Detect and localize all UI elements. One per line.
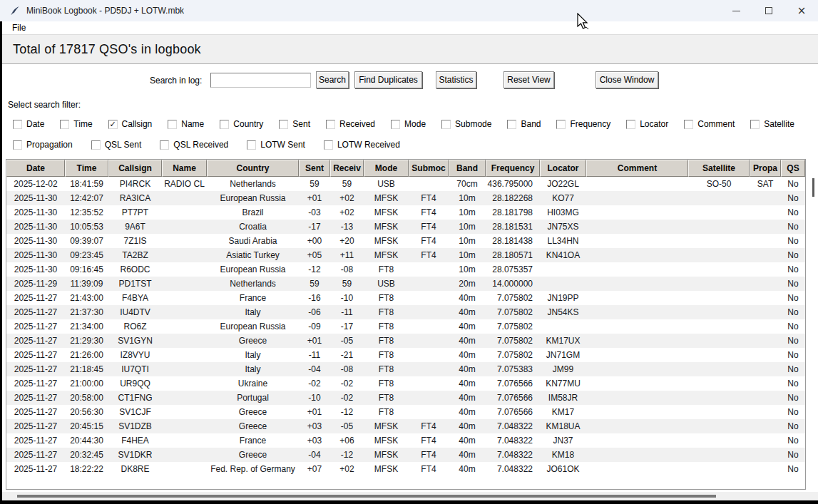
checkbox[interactable] [391, 120, 400, 129]
table-row[interactable]: 2025-11-2720:44:30F4HEAFrance+03+06MFSKF… [6, 433, 805, 448]
table-row[interactable]: 2025-11-2720:45:15SV1DZBGreece+03-05MFSK… [6, 419, 805, 433]
checkbox[interactable] [750, 120, 760, 129]
table-row[interactable]: 2025-11-2721:29:30SV1GYNGreece+01-05FT84… [6, 334, 805, 348]
table-row[interactable]: 2025-11-2721:18:45IU7QTIItaly-04-08FT840… [6, 362, 805, 376]
filter-checkbox-propagation[interactable]: Propagation [13, 140, 73, 150]
table-row[interactable]: 2025-11-2721:26:00IZ8VYUItaly-11-21FT840… [6, 348, 805, 362]
filter-checkbox-sent[interactable]: Sent [279, 119, 310, 129]
filter-checkbox-qsl-received[interactable]: QSL Received [160, 140, 228, 150]
table-row[interactable]: 2025-11-3009:39:077Z1ISSaudi Arabia+00+2… [6, 234, 805, 248]
filter-checkbox-lotw-sent[interactable]: LOTW Sent [247, 140, 305, 150]
maximize-icon[interactable] [752, 0, 785, 21]
column-header-receiv[interactable]: Receiv [330, 160, 364, 177]
column-header-comment[interactable]: Comment [586, 160, 688, 177]
minimize-icon[interactable] [720, 0, 752, 21]
checkbox[interactable] [507, 120, 516, 129]
table-cell [688, 419, 750, 433]
column-header-propa[interactable]: Propa [750, 160, 781, 177]
column-header-sent[interactable]: Sent [299, 160, 330, 177]
column-header-mode[interactable]: Mode [364, 160, 409, 177]
close-window-button[interactable]: Close Window [595, 71, 658, 88]
table-row[interactable]: 2025-11-2720:32:45SV1DKRGreece-04-12MFSK… [6, 448, 805, 462]
table-row[interactable]: 2025-11-3012:35:52PT7PTBrazil-03+02MFSKF… [6, 205, 805, 220]
checkbox[interactable] [13, 120, 22, 129]
table-cell: No [781, 262, 805, 277]
table-row[interactable]: 2025-11-3009:23:45TA2BZAsiatic Turkey+05… [6, 248, 805, 262]
column-header-submoc[interactable]: Submoc [409, 160, 449, 177]
table-row[interactable]: 2025-11-2718:22:22DK8REFed. Rep. of Germ… [6, 462, 805, 476]
table-cell: No [781, 291, 805, 305]
table-row[interactable]: 2025-11-2721:34:00RO6ZEuropean Russia-09… [6, 319, 805, 334]
checkbox[interactable]: ✓ [108, 120, 118, 129]
column-header-band[interactable]: Band [449, 160, 486, 177]
table-row[interactable]: 2025-11-3010:05:539A6TCroatia-17-13MFSKF… [6, 220, 805, 234]
statistics-button[interactable]: Statistics [436, 71, 476, 88]
checkbox[interactable] [160, 140, 169, 150]
filter-checkbox-time[interactable]: Time [60, 119, 92, 129]
table-row[interactable]: 2025-11-2721:00:00UR9QQUkraine-02-02FT84… [6, 376, 805, 391]
table-row[interactable]: 2025-11-2720:56:30SV1CJFGreece+01-12FT84… [6, 405, 805, 419]
checkbox[interactable] [556, 120, 566, 129]
checkbox[interactable] [279, 120, 288, 129]
column-header-callsign[interactable]: Callsign [108, 160, 162, 177]
checkbox[interactable] [13, 140, 22, 150]
filter-checkbox-frequency[interactable]: Frequency [556, 119, 610, 129]
table-header-row: DateTimeCallsignNameCountrySentReceivMod… [6, 160, 805, 177]
filter-checkbox-locator[interactable]: Locator [626, 119, 668, 129]
column-header-satellite[interactable]: Satellite [688, 160, 750, 177]
table-cell: 7.075802 [486, 334, 540, 348]
horizontal-scrollbar[interactable] [2, 492, 818, 500]
checkbox[interactable] [626, 120, 635, 129]
filter-checkbox-country[interactable]: Country [220, 119, 263, 129]
checkbox[interactable] [247, 140, 256, 150]
table-row[interactable]: 2025-12-0218:41:59PI4RCKRADIO CLNetherla… [6, 177, 805, 191]
filter-checkbox-satellite[interactable]: Satellite [750, 119, 794, 129]
search-input[interactable] [210, 73, 311, 88]
vertical-scrollbar-thumb[interactable] [812, 178, 814, 197]
table-cell [409, 348, 449, 362]
table-row[interactable]: 2025-11-2721:43:00F4BYAFrance-16-10FT840… [6, 291, 805, 305]
table-row[interactable]: 2025-11-2720:58:00CT1FNGPortugal-10-02FT… [6, 391, 805, 405]
close-icon[interactable]: × [785, 0, 818, 21]
checkbox[interactable] [91, 140, 101, 150]
table-row[interactable]: 2025-11-2911:39:09PD1TSTNetherlands5959U… [6, 277, 805, 291]
filter-checkbox-comment[interactable]: Comment [684, 119, 735, 129]
reset-view-button[interactable]: Reset View [503, 71, 554, 88]
column-header-qs[interactable]: QS [781, 160, 805, 177]
table-cell [162, 262, 207, 277]
table-row[interactable]: 2025-11-2721:37:30IU4DTVItaly-06-11FT840… [6, 305, 805, 319]
checkbox[interactable] [324, 140, 333, 150]
filter-checkbox-band[interactable]: Band [507, 119, 541, 129]
table-cell: 2025-12-02 [6, 177, 65, 191]
filter-checkbox-name[interactable]: Name [168, 119, 204, 129]
checkbox[interactable] [60, 120, 69, 129]
column-header-frequency[interactable]: Frequency [486, 160, 540, 177]
table-row[interactable]: 2025-11-3009:16:45R6ODCEuropean Russia-1… [6, 262, 805, 277]
filter-checkbox-lotw-received[interactable]: LOTW Received [324, 140, 400, 150]
table-cell: 2025-11-27 [6, 319, 65, 334]
checkbox[interactable] [168, 120, 177, 129]
filter-checkbox-date[interactable]: Date [13, 119, 44, 129]
find-duplicates-button[interactable]: Find Duplicates [354, 71, 422, 88]
checkbox[interactable] [441, 120, 451, 129]
search-button[interactable]: Search [316, 71, 349, 88]
filter-checkbox-submode[interactable]: Submode [441, 119, 491, 129]
column-header-date[interactable]: Date [6, 160, 65, 177]
horizontal-scrollbar-thumb[interactable] [17, 495, 716, 498]
column-header-locator[interactable]: Locator [540, 160, 586, 177]
page-title: Total of 17817 QSO's in logbook [13, 42, 201, 57]
checkbox[interactable] [326, 120, 335, 129]
filter-checkbox-received[interactable]: Received [326, 119, 375, 129]
column-header-name[interactable]: Name [162, 160, 207, 177]
column-header-country[interactable]: Country [207, 160, 299, 177]
vertical-scrollbar[interactable] [811, 177, 817, 489]
filter-checkbox-callsign[interactable]: ✓Callsign [108, 119, 153, 129]
table-row[interactable]: 2025-11-3012:42:07RA3ICAEuropean Russia+… [6, 191, 805, 205]
filter-checkbox-mode[interactable]: Mode [391, 119, 426, 129]
table-cell [750, 334, 781, 348]
checkbox[interactable] [220, 120, 229, 129]
menu-item-file[interactable]: File [8, 23, 30, 33]
filter-checkbox-qsl-sent[interactable]: QSL Sent [91, 140, 142, 150]
checkbox[interactable] [684, 120, 693, 129]
column-header-time[interactable]: Time [65, 160, 108, 177]
